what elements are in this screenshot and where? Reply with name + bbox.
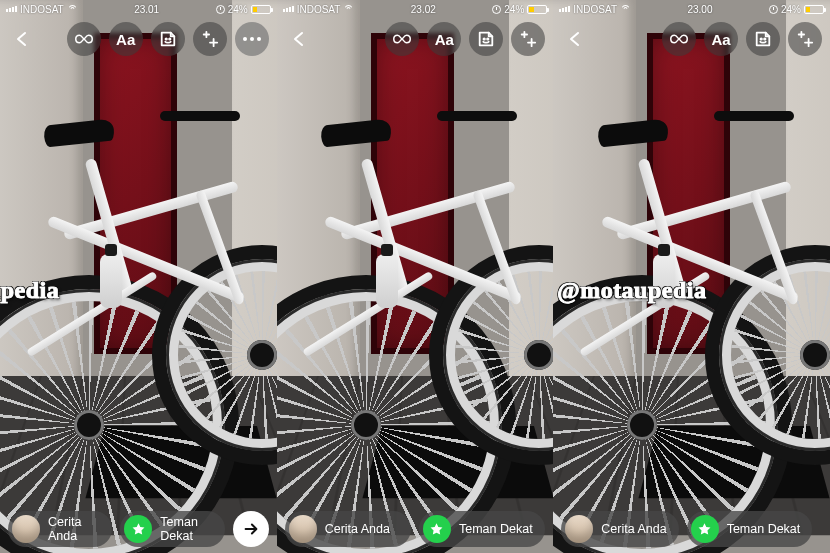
close-friends-label: Teman Dekat [160, 515, 212, 543]
chevron-left-icon [566, 30, 584, 48]
more-button[interactable] [235, 22, 269, 56]
close-friends-button[interactable]: Teman Dekat [687, 511, 813, 547]
status-bar: INDOSAT 23.02 24% [277, 0, 554, 18]
your-story-label: Cerita Anda [48, 515, 100, 543]
svg-point-3 [487, 38, 488, 39]
svg-point-1 [169, 38, 170, 39]
alarm-icon [769, 5, 778, 14]
watermark-text: @motaupedia [557, 277, 706, 304]
editor-toolbar: Aa [0, 22, 277, 56]
sticker-icon [159, 30, 177, 48]
close-friends-label: Teman Dekat [459, 522, 533, 536]
infinity-icon [75, 30, 93, 48]
avatar-icon [12, 515, 40, 543]
wifi-icon [343, 5, 354, 13]
share-bar: Cerita Anda Teman Dekat [0, 511, 277, 547]
battery-percent: 24% [228, 4, 248, 15]
carrier-label: INDOSAT [573, 4, 617, 15]
back-button[interactable] [285, 22, 313, 56]
sticker-button[interactable] [746, 22, 780, 56]
your-story-button[interactable]: Cerita Anda [285, 511, 411, 547]
svg-point-2 [484, 38, 485, 39]
close-friends-badge [124, 515, 152, 543]
alarm-icon [216, 5, 225, 14]
avatar-icon [289, 515, 317, 543]
battery-percent: 24% [781, 4, 801, 15]
close-friends-button[interactable]: Teman Dekat [419, 511, 545, 547]
text-button[interactable]: Aa [427, 22, 461, 56]
editor-toolbar: Aa [277, 22, 554, 56]
svg-point-4 [760, 38, 761, 39]
sparkles-icon [201, 30, 219, 48]
battery-percent: 24% [504, 4, 524, 15]
carrier-label: INDOSAT [20, 4, 64, 15]
sticker-button[interactable] [151, 22, 185, 56]
chevron-left-icon [290, 30, 308, 48]
status-bar: INDOSAT 23.01 24% [0, 0, 277, 18]
text-button[interactable]: Aa [704, 22, 738, 56]
boomerang-button[interactable] [385, 22, 419, 56]
your-story-label: Cerita Anda [601, 522, 666, 536]
text-button[interactable]: Aa [109, 22, 143, 56]
send-button[interactable] [233, 511, 269, 547]
boomerang-button[interactable] [662, 22, 696, 56]
arrow-right-icon [242, 520, 260, 538]
boomerang-button[interactable] [67, 22, 101, 56]
your-story-label: Cerita Anda [325, 522, 390, 536]
svg-point-0 [165, 38, 166, 39]
back-button[interactable] [561, 22, 589, 56]
close-friends-button[interactable]: Teman Dekat [120, 511, 224, 547]
watermark-text: @motaupedia [0, 277, 59, 304]
battery-icon [804, 5, 824, 14]
infinity-icon [670, 30, 688, 48]
sticker-icon [754, 30, 772, 48]
signal-icon [6, 6, 17, 12]
sparkles-icon [796, 30, 814, 48]
signal-icon [283, 6, 294, 12]
clock: 23.01 [134, 4, 159, 15]
clock: 23.02 [411, 4, 436, 15]
star-icon [429, 522, 444, 537]
svg-point-5 [764, 38, 765, 39]
your-story-button[interactable]: Cerita Anda [8, 511, 112, 547]
infinity-icon [393, 30, 411, 48]
chevron-left-icon [13, 30, 31, 48]
close-friends-badge [423, 515, 451, 543]
sticker-icon [477, 30, 495, 48]
avatar-icon [565, 515, 593, 543]
editor-toolbar: Aa [553, 22, 830, 56]
sticker-button[interactable] [469, 22, 503, 56]
star-icon [131, 522, 146, 537]
your-story-button[interactable]: Cerita Anda [561, 511, 678, 547]
signal-icon [559, 6, 570, 12]
close-friends-label: Teman Dekat [727, 522, 801, 536]
sparkles-icon [519, 30, 537, 48]
close-friends-badge [691, 515, 719, 543]
battery-icon [527, 5, 547, 14]
battery-icon [251, 5, 271, 14]
star-icon [697, 522, 712, 537]
story-editor-screen-3: INDOSAT 23.00 24% Aa @motaupedia Cerita … [553, 0, 830, 553]
ellipsis-icon [243, 37, 261, 41]
story-photo [277, 0, 554, 553]
effects-button[interactable] [193, 22, 227, 56]
status-bar: INDOSAT 23.00 24% [553, 0, 830, 18]
wifi-icon [67, 5, 78, 13]
effects-button[interactable] [788, 22, 822, 56]
back-button[interactable] [8, 22, 36, 56]
share-bar: Cerita Anda Teman Dekat [277, 511, 554, 547]
clock: 23.00 [687, 4, 712, 15]
effects-button[interactable] [511, 22, 545, 56]
story-editor-screen-1: INDOSAT 23.01 24% Aa @motaupedia [0, 0, 277, 553]
share-bar: Cerita Anda Teman Dekat [553, 511, 830, 547]
wifi-icon [620, 5, 631, 13]
story-editor-screen-2: INDOSAT 23.02 24% Aa @motaupedia Cerita … [277, 0, 554, 553]
alarm-icon [492, 5, 501, 14]
carrier-label: INDOSAT [297, 4, 341, 15]
